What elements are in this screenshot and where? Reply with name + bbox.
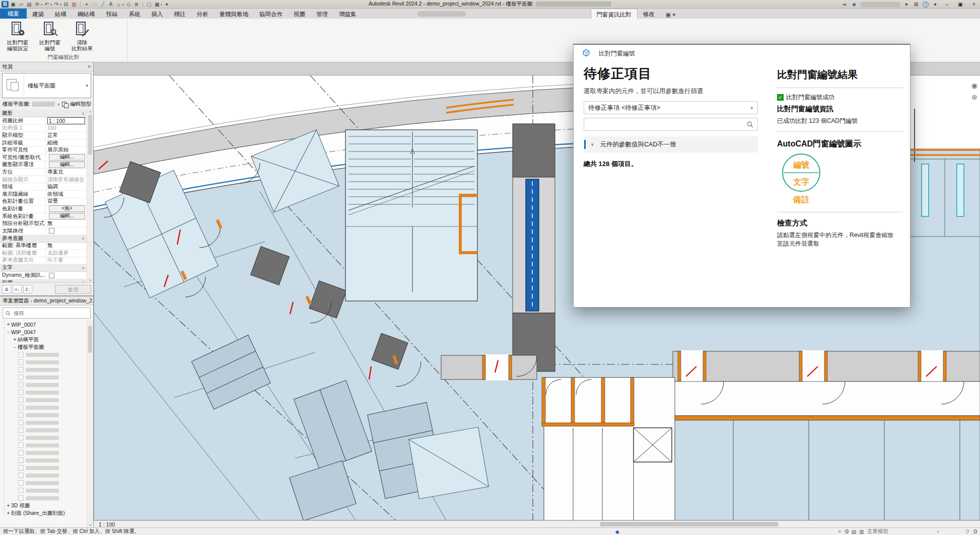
sort-ascending-icon[interactable]: A↓	[13, 285, 22, 293]
tree-item-redacted[interactable]	[4, 426, 87, 434]
tree-item[interactable]: -WIP_0047	[4, 328, 87, 336]
account-caret-icon[interactable]: ▾	[903, 2, 909, 7]
compare-numbering-settings-button[interactable]: 比對門窗編號設定	[3, 20, 32, 52]
transfer-standards-icon[interactable]: ▥	[71, 1, 78, 8]
issue-group-header[interactable]: ∨ 元件的參數值與CAD不一致	[584, 136, 758, 152]
property-row[interactable]: 圖形顯示選項編輯...	[0, 162, 87, 169]
tree-item-redacted[interactable]	[4, 358, 87, 366]
tree-item[interactable]: -樓板平面圖	[4, 343, 87, 351]
tree-item-redacted[interactable]	[4, 396, 87, 404]
dialog-title-bar[interactable]: 比對門窗編號	[574, 45, 910, 62]
tree-item-redacted[interactable]	[4, 419, 87, 426]
restore-button[interactable]: ▣	[955, 2, 965, 7]
property-value[interactable]: 無	[46, 243, 87, 250]
property-row[interactable]: 領域協調	[0, 183, 87, 191]
tree-item-redacted[interactable]	[4, 479, 87, 487]
property-section-header[interactable]: 文字∧	[0, 264, 87, 272]
aligned-dimension-icon[interactable]: ╱	[99, 1, 106, 8]
tree-item-redacted[interactable]	[4, 366, 87, 373]
user-icon[interactable]: ☻	[851, 2, 857, 7]
edit-type-button[interactable]: 編輯類型	[62, 101, 91, 108]
tree-item-redacted[interactable]	[4, 441, 87, 449]
ribbon-tab-17[interactable]: ▣ ▾	[660, 9, 681, 19]
ribbon-tab-3[interactable]: 鋼結構	[72, 9, 101, 19]
property-value[interactable]: 專案北	[46, 169, 87, 176]
property-section-header[interactable]: 參考底圖∧	[0, 235, 87, 243]
property-row[interactable]: 可見性/圖形取代編輯...	[0, 154, 87, 162]
property-row[interactable]: 範圍: 頂部樓層未設邊界	[0, 250, 87, 257]
property-row[interactable]: 範圍: 基準樓層無	[0, 243, 87, 250]
horizontal-scrollbar[interactable]	[600, 522, 779, 526]
sync-icon[interactable]: ⟳	[34, 1, 41, 8]
tree-item-redacted[interactable]	[4, 464, 87, 472]
property-row[interactable]: 比例值 1:100	[0, 125, 87, 132]
property-filter-icon[interactable]: ≣	[2, 285, 11, 293]
minimize-button[interactable]: –	[942, 2, 952, 7]
ribbon-tab-11[interactable]: 視圖	[288, 9, 311, 19]
tree-item-redacted[interactable]	[4, 494, 87, 502]
ribbon-tab-12[interactable]: 管理	[311, 9, 333, 19]
dropdown-caret-icon[interactable]: ▾	[122, 3, 124, 6]
open-file-icon[interactable]: ▱	[18, 1, 25, 8]
revit-logo-icon[interactable]: R	[2, 1, 9, 8]
customize-qat-icon[interactable]: ▾	[163, 1, 170, 8]
property-value[interactable]	[46, 227, 87, 235]
expand-icon[interactable]: -	[12, 344, 18, 350]
property-section-header[interactable]: 圖形∧	[0, 110, 87, 117]
dropdown-caret-icon[interactable]: ▾	[60, 3, 61, 6]
default-3d-view-icon[interactable]: ⌂	[115, 1, 122, 8]
scroll-down-icon[interactable]: ∨	[87, 523, 93, 527]
print-icon[interactable]: ⊟	[62, 1, 69, 8]
checkbox[interactable]	[49, 273, 54, 278]
dropdown-caret-icon[interactable]: ▾	[161, 3, 162, 6]
tree-item[interactable]: +WIP_0007	[4, 321, 87, 328]
property-value[interactable]: 編輯...	[46, 154, 87, 161]
text-note-icon[interactable]: A	[107, 1, 114, 8]
measure-icon[interactable]: ▭	[91, 1, 98, 8]
property-row[interactable]: 牆接合顯示清除所有牆接合	[0, 176, 87, 184]
property-value[interactable]: <無>	[46, 205, 87, 212]
thin-lines-icon[interactable]: ≣	[133, 1, 140, 8]
tree-item-redacted[interactable]	[4, 449, 87, 456]
value-button[interactable]: 編輯...	[49, 154, 85, 161]
browser-search[interactable]	[3, 308, 91, 319]
property-row[interactable]: 詳細等級細緻	[0, 139, 87, 147]
tree-item-redacted[interactable]	[4, 351, 87, 358]
tree-item-redacted[interactable]	[4, 373, 87, 381]
ribbon-tab-10[interactable]: 協同合作	[254, 9, 288, 19]
value-button[interactable]: 編輯...	[49, 213, 85, 219]
save-file-icon[interactable]: ▤	[26, 1, 33, 8]
property-value[interactable]: 編輯...	[46, 213, 87, 220]
tree-item-redacted[interactable]	[4, 404, 87, 411]
ui-dock-icon[interactable]: ▣	[10, 1, 17, 8]
dialog-search-input[interactable]	[584, 118, 758, 131]
ribbon-tab-9[interactable]: 量體與敷地	[214, 9, 254, 19]
dropdown-caret-icon[interactable]: ▾	[50, 3, 52, 6]
ribbon-tab-13[interactable]: 增益集	[333, 9, 362, 19]
close-button[interactable]: ×	[969, 2, 979, 7]
main-model-icon[interactable]: ▥	[859, 529, 864, 534]
property-value[interactable]	[46, 272, 87, 279]
scroll-down-icon[interactable]: ∨	[87, 278, 93, 282]
property-row[interactable]: 展示隱藏線依領域	[0, 191, 87, 198]
dropdown-caret-icon[interactable]: ▾	[41, 3, 42, 6]
expand-icon[interactable]: +	[6, 322, 11, 327]
expand-icon[interactable]: +	[6, 503, 11, 508]
ribbon-tab-6[interactable]: 插入	[146, 9, 169, 19]
worksets-icon[interactable]: ⌗	[838, 528, 841, 534]
type-selector[interactable]: 樓板平面圖 ▾	[2, 73, 91, 98]
tree-item-redacted[interactable]	[4, 487, 87, 494]
help-icon[interactable]: ?	[923, 2, 929, 8]
property-value[interactable]: 正常	[46, 132, 87, 139]
property-row[interactable]: 視圖比例1 : 100	[0, 117, 87, 125]
chevron-down-icon[interactable]: ▾	[86, 83, 91, 88]
tree-item-redacted[interactable]	[4, 434, 87, 441]
compare-numbering-button[interactable]: 比對門窗編號	[35, 20, 64, 52]
sort-descending-icon[interactable]: Z↓	[23, 285, 32, 293]
filter-icon[interactable]: ▽	[966, 529, 970, 534]
property-row[interactable]: 系統色彩計畫編輯...	[0, 213, 87, 220]
property-value[interactable]: 背景	[46, 198, 87, 205]
undo-icon[interactable]: ↶	[43, 1, 50, 8]
ribbon-tab-16[interactable]: 修改	[638, 9, 660, 19]
expand-icon[interactable]: -	[6, 329, 11, 335]
